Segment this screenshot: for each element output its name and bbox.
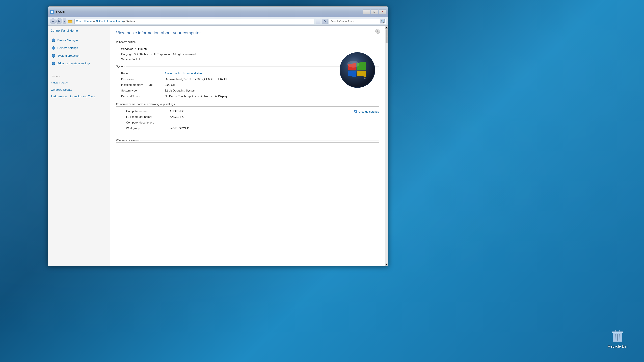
comp-name-value: ANGEL-PC — [170, 110, 351, 113]
workgroup-label: Workgroup: — [126, 127, 166, 130]
sidebar-label-device-manager: Device Manager — [57, 39, 78, 42]
scroll-track[interactable] — [385, 29, 388, 263]
close-button[interactable]: ✕ — [379, 9, 386, 14]
shield-icon-system-protection — [51, 54, 56, 58]
change-settings-label: Change settings — [358, 110, 379, 113]
breadcrumb-sep-2: ▶ — [124, 20, 125, 23]
minimize-button[interactable]: ─ — [362, 9, 370, 14]
search-bar: 🔍 — [329, 18, 386, 24]
system-type-value: 32-bit Operating System — [165, 89, 379, 92]
back-button[interactable]: ◀ — [50, 18, 56, 24]
rating-label: Rating: — [121, 72, 161, 75]
svg-point-2 — [364, 77, 366, 79]
address-dropdown-button[interactable]: ▼ — [316, 18, 320, 24]
windows-logo — [339, 52, 376, 88]
address-bar: ◀ ▶ ▼ Control Panel ▶ All Control Panel … — [48, 17, 388, 26]
recycle-bin[interactable]: Recycle Bin — [608, 328, 627, 349]
windows-logo-container — [339, 52, 376, 89]
see-also-performance-tools[interactable]: Performance Information and Tools — [51, 94, 107, 99]
sidebar: Control Panel Home Device Manager — [48, 26, 110, 266]
ram-label: Installed memory (RAM): — [121, 83, 161, 87]
windows-edition-header: Windows edition — [116, 40, 379, 44]
pen-touch-value: No Pen or Touch Input is available for t… — [165, 95, 379, 98]
search-button[interactable]: 🔍 — [380, 19, 384, 23]
workgroup-value: WORKGROUP — [170, 127, 351, 130]
svg-point-0 — [340, 52, 375, 88]
sidebar-label-advanced-settings: Advanced system settings — [57, 62, 90, 65]
breadcrumb-all-items[interactable]: All Control Panel Items — [96, 20, 123, 23]
comp-description-value — [170, 121, 351, 124]
restore-button[interactable]: □ — [371, 9, 378, 14]
content-area: Control Panel Home Device Manager — [48, 26, 388, 266]
folder-icon — [68, 18, 73, 24]
scroll-up-button[interactable]: ▲ — [385, 26, 388, 29]
sidebar-item-remote-settings[interactable]: Remote settings — [51, 45, 107, 51]
nav-dropdown-button[interactable]: ▼ — [63, 18, 66, 24]
breadcrumb-control-panel[interactable]: Control Panel — [76, 20, 92, 23]
forward-button[interactable]: ▶ — [56, 18, 62, 24]
window-title: System — [56, 10, 64, 13]
full-comp-name-label: Full computer name: — [126, 115, 166, 119]
shield-icon-remote-settings — [51, 46, 56, 50]
title-bar: System ─ □ ✕ — [48, 6, 388, 17]
system-type-label: System type: — [121, 89, 161, 92]
svg-point-1 — [347, 61, 359, 67]
svg-point-4 — [355, 111, 356, 112]
sidebar-item-system-protection[interactable]: System protection — [51, 53, 107, 59]
recycle-bin-icon — [611, 328, 624, 343]
scrollbar[interactable]: ▲ ▼ — [385, 26, 388, 266]
sidebar-home[interactable]: Control Panel Home — [51, 29, 107, 32]
nav-buttons: ◀ ▶ ▼ — [50, 18, 66, 24]
see-also-windows-update[interactable]: Windows Update — [51, 87, 107, 92]
breadcrumb-system: System — [126, 20, 135, 23]
windows-activation-header: Windows activation — [116, 139, 379, 143]
window-controls: ─ □ ✕ — [362, 9, 386, 14]
pen-touch-label: Pen and Touch: — [121, 95, 161, 98]
scroll-down-button[interactable]: ▼ — [385, 263, 388, 266]
os-name: Windows 7 Ultimate — [121, 47, 379, 51]
computer-name-info: Computer name: ANGEL-PC Full computer na… — [121, 110, 379, 135]
main-content: ? View basic information about your comp… — [110, 26, 385, 266]
page-title: View basic information about your comput… — [116, 30, 379, 35]
shield-icon-advanced-settings — [51, 61, 56, 66]
processor-label: Processor: — [121, 78, 161, 81]
computer-name-grid: Computer name: ANGEL-PC Full computer na… — [126, 110, 351, 130]
comp-description-label: Computer description: — [126, 121, 166, 124]
comp-name-label: Computer name: — [126, 110, 166, 113]
help-button[interactable]: ? — [375, 29, 380, 34]
sidebar-label-remote-settings: Remote settings — [57, 46, 78, 50]
breadcrumb-sep-1: ▶ — [93, 20, 95, 23]
see-also-label: See also — [51, 75, 107, 78]
change-settings-icon — [354, 110, 358, 114]
breadcrumb-bar: Control Panel ▶ All Control Panel Items … — [74, 18, 314, 24]
computer-name-section-header: Computer name, domain, and workgroup set… — [116, 103, 379, 107]
sidebar-item-device-manager[interactable]: Device Manager — [51, 37, 107, 43]
recycle-bin-label: Recycle Bin — [608, 344, 627, 349]
see-also-action-center[interactable]: Action Center — [51, 80, 107, 86]
shield-icon-device-manager — [51, 38, 56, 42]
sidebar-item-advanced-settings[interactable]: Advanced system settings — [51, 60, 107, 67]
system-window: System ─ □ ✕ ◀ ▶ ▼ Control Panel ▶ All C… — [48, 6, 388, 266]
change-settings-button[interactable]: Change settings — [354, 110, 379, 114]
full-comp-name-value: ANGEL-PC — [170, 115, 351, 119]
search-input[interactable] — [330, 20, 379, 23]
sidebar-label-system-protection: System protection — [57, 54, 80, 57]
refresh-button[interactable]: ↻ — [322, 18, 328, 24]
computer-name-row-and-button: Computer name: ANGEL-PC Full computer na… — [121, 110, 379, 135]
